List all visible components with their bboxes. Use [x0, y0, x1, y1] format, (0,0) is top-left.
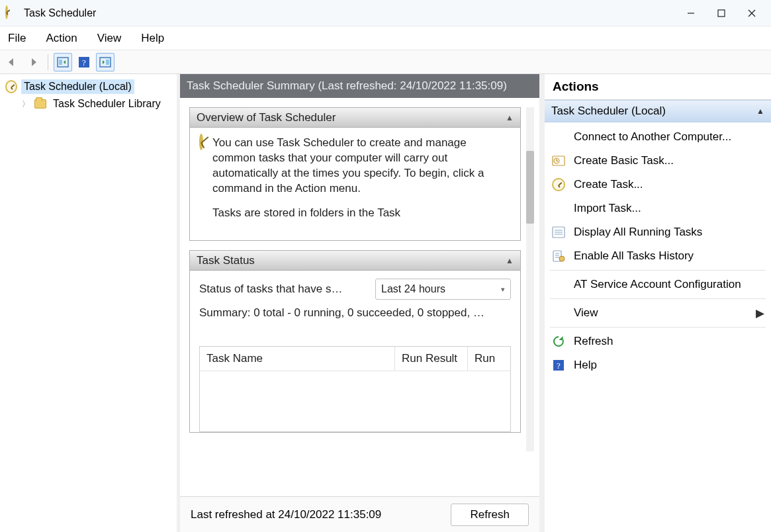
nav-back-button[interactable] [3, 53, 21, 71]
blank-icon [551, 306, 566, 320]
folder-icon [34, 98, 46, 110]
task-status-panel-header[interactable]: Task Status ▲ [190, 251, 520, 271]
clock-window-icon [551, 154, 566, 168]
collapse-caret-icon[interactable]: ▲ [506, 256, 514, 265]
tree-node-label: Task Scheduler (Local) [21, 79, 134, 94]
action-label: AT Service Account Configuration [574, 278, 741, 291]
panel-title: Task Status [197, 254, 255, 267]
action-enable-tasks-history[interactable]: Enable All Tasks History [545, 244, 771, 268]
status-label: Status of tasks that have s… [199, 283, 367, 296]
action-display-running-tasks[interactable]: Display All Running Tasks [545, 220, 771, 244]
blank-icon [551, 277, 566, 292]
overview-text: You can use Task Scheduler to create and… [212, 136, 511, 197]
svg-point-22 [559, 256, 565, 261]
app-clock-icon [5, 7, 19, 20]
actions-separator [550, 327, 766, 328]
svg-rect-5 [59, 60, 62, 65]
menu-help[interactable]: Help [138, 29, 167, 48]
panel-title: Overview of Task Scheduler [197, 111, 336, 124]
overview-text-continued: Tasks are stored in folders in the Task [212, 206, 511, 221]
svg-text:?: ? [557, 361, 561, 371]
collapse-caret-icon[interactable]: ▲ [506, 113, 514, 122]
actions-section-header[interactable]: Task Scheduler (Local) ▲ [545, 100, 771, 122]
refresh-button[interactable]: Refresh [451, 504, 529, 526]
svg-rect-9 [106, 60, 109, 65]
clock-icon [551, 177, 566, 192]
show-hide-console-tree-button[interactable] [54, 53, 72, 71]
last-refreshed-label: Last refreshed at 24/10/2022 11:35:09 [191, 508, 381, 521]
blank-icon [551, 201, 566, 216]
maximize-button[interactable] [706, 0, 737, 26]
vertical-scrollbar[interactable] [526, 107, 534, 451]
action-view[interactable]: View ▶ [545, 301, 771, 325]
history-list-icon [551, 249, 566, 263]
action-refresh[interactable]: Refresh [545, 330, 771, 353]
task-status-panel: Task Status ▲ Status of tasks that have … [189, 250, 521, 433]
chevron-down-icon: ▾ [501, 285, 505, 294]
submenu-caret-icon: ▶ [756, 306, 764, 320]
tree-node-root[interactable]: Task Scheduler (Local) [3, 78, 174, 95]
summary-header: Task Scheduler Summary (Last refreshed: … [180, 74, 539, 98]
blank-icon [551, 130, 566, 144]
titlebar: Task Scheduler [0, 0, 771, 26]
action-help[interactable]: ? Help [545, 353, 771, 377]
tree-node-library[interactable]: 〉 Task Scheduler Library [3, 95, 174, 112]
actions-separator [550, 270, 766, 271]
action-label: Enable All Tasks History [574, 249, 694, 263]
menu-file[interactable]: File [5, 29, 28, 48]
action-label: Display All Running Tasks [574, 226, 702, 239]
list-window-icon [551, 225, 566, 240]
actions-pane: Actions Task Scheduler (Local) ▲ Connect… [545, 74, 771, 532]
svg-rect-1 [718, 10, 725, 17]
menu-action[interactable]: Action [43, 29, 79, 48]
help-icon: ? [551, 358, 566, 373]
actions-pane-title: Actions [545, 74, 771, 100]
status-summary: Summary: 0 total - 0 running, 0 succeede… [199, 306, 511, 320]
window-title: Task Scheduler [24, 7, 96, 19]
column-header-run-result[interactable]: Run Result [395, 347, 468, 371]
expand-caret-icon[interactable]: 〉 [21, 99, 30, 109]
action-connect-computer[interactable]: Connect to Another Computer... [545, 125, 771, 149]
action-at-service-config[interactable]: AT Service Account Configuration [545, 273, 771, 296]
action-create-basic-task[interactable]: Create Basic Task... [545, 149, 771, 173]
help-toolbar-button[interactable]: ? [75, 53, 93, 71]
overview-panel-header[interactable]: Overview of Task Scheduler ▲ [190, 108, 520, 128]
scrollbar-thumb[interactable] [526, 151, 534, 224]
column-header-task-name[interactable]: Task Name [200, 347, 395, 371]
action-label: Refresh [574, 335, 613, 348]
clock-icon [5, 81, 17, 93]
minimize-button[interactable] [676, 0, 706, 26]
action-label: Create Basic Task... [574, 154, 674, 167]
dropdown-value: Last 24 hours [381, 283, 445, 295]
details-pane: Task Scheduler Summary (Last refreshed: … [180, 74, 545, 532]
refresh-icon [551, 334, 566, 349]
summary-footer: Last refreshed at 24/10/2022 11:35:09 Re… [180, 496, 539, 532]
menu-view[interactable]: View [95, 29, 124, 48]
toolbar: ? [0, 50, 771, 74]
column-header-run[interactable]: Run [468, 347, 510, 371]
clock-icon [199, 136, 203, 232]
action-label: Create Task... [574, 178, 643, 191]
nav-forward-button[interactable] [24, 53, 42, 71]
svg-text:?: ? [82, 58, 86, 67]
console-tree-pane: Task Scheduler (Local) 〉 Task Scheduler … [0, 74, 180, 532]
tree-node-label: Task Scheduler Library [50, 97, 163, 111]
time-range-dropdown[interactable]: Last 24 hours ▾ [375, 279, 511, 300]
actions-section-label: Task Scheduler (Local) [551, 105, 666, 118]
action-import-task[interactable]: Import Task... [545, 197, 771, 220]
action-label: Import Task... [574, 202, 641, 215]
menubar: File Action View Help [0, 26, 771, 50]
task-status-table: Task Name Run Result Run [199, 346, 511, 432]
collapse-caret-icon[interactable]: ▲ [756, 107, 764, 116]
toolbar-separator [48, 54, 48, 70]
close-button[interactable] [737, 0, 767, 26]
show-hide-action-pane-button[interactable] [96, 53, 114, 71]
action-label: Help [574, 359, 597, 372]
overview-panel: Overview of Task Scheduler ▲ You can use… [189, 107, 521, 241]
action-label: View [574, 306, 598, 320]
action-label: Connect to Another Computer... [574, 130, 731, 144]
actions-separator [550, 298, 766, 299]
action-create-task[interactable]: Create Task... [545, 173, 771, 197]
